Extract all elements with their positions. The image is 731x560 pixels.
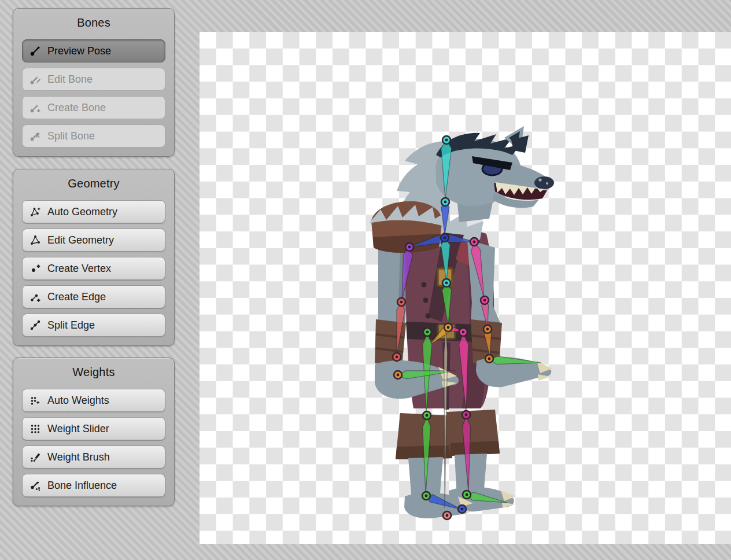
split-bone-icon — [29, 130, 42, 142]
create-bone-button[interactable]: Create Bone — [22, 96, 165, 119]
edit-geometry-button[interactable]: Edit Geometry — [22, 229, 165, 252]
edit-bone-icon — [29, 73, 42, 86]
bone-influence-button[interactable]: Bone Influence — [22, 474, 165, 497]
weight-slider-icon — [29, 422, 42, 435]
create-bone-label: Create Bone — [47, 102, 158, 114]
panel-bones: Bones Preview Pose Edit Bone Create Bone… — [13, 8, 175, 157]
weight-slider-button[interactable]: Weight Slider — [22, 417, 165, 440]
auto-weights-icon — [29, 394, 42, 407]
panel-weights-title: Weights — [13, 366, 174, 379]
create-vertex-label: Create Vertex — [47, 263, 158, 275]
create-edge-label: Create Edge — [47, 291, 158, 303]
preview-pose-label: Preview Pose — [47, 45, 158, 57]
sprite-canvas[interactable] — [200, 32, 731, 544]
create-vertex-icon — [29, 262, 42, 275]
weight-brush-label: Weight Brush — [47, 451, 158, 463]
weight-brush-button[interactable]: Weight Brush — [22, 445, 165, 469]
weight-brush-icon — [29, 451, 42, 463]
edit-geometry-label: Edit Geometry — [47, 234, 158, 246]
split-bone-button[interactable]: Split Bone — [22, 124, 165, 148]
edit-bone-button[interactable]: Edit Bone — [22, 68, 165, 91]
auto-geometry-icon — [29, 205, 42, 218]
bone-influence-label: Bone Influence — [47, 480, 158, 492]
preview-pose-button[interactable]: Preview Pose — [22, 39, 165, 62]
auto-geometry-button[interactable]: Auto Geometry — [22, 200, 165, 223]
split-edge-label: Split Edge — [47, 319, 158, 331]
bone-influence-icon — [29, 479, 42, 492]
auto-weights-button[interactable]: Auto Weights — [22, 389, 165, 412]
split-edge-icon — [29, 319, 42, 331]
panel-geometry: Geometry Auto Geometry Edit Geometry Cre… — [13, 169, 175, 346]
skinning-editor: Bones Preview Pose Edit Bone Create Bone… — [0, 0, 731, 560]
panel-geometry-title: Geometry — [13, 177, 174, 190]
create-edge-button[interactable]: Create Edge — [22, 285, 165, 308]
create-vertex-button[interactable]: Create Vertex — [22, 257, 165, 280]
create-bone-icon — [29, 101, 42, 114]
create-edge-icon — [29, 290, 42, 303]
preview-pose-icon — [29, 45, 42, 57]
auto-weights-label: Auto Weights — [47, 395, 158, 407]
edit-geometry-icon — [29, 234, 42, 246]
split-bone-label: Split Bone — [47, 130, 158, 142]
edit-bone-label: Edit Bone — [47, 73, 158, 86]
split-edge-button[interactable]: Split Edge — [22, 314, 165, 337]
panel-bones-title: Bones — [13, 16, 174, 30]
weight-slider-label: Weight Slider — [47, 423, 158, 435]
panel-weights: Weights Auto Weights Weight Slider Weigh… — [13, 358, 175, 506]
auto-geometry-label: Auto Geometry — [47, 206, 158, 218]
